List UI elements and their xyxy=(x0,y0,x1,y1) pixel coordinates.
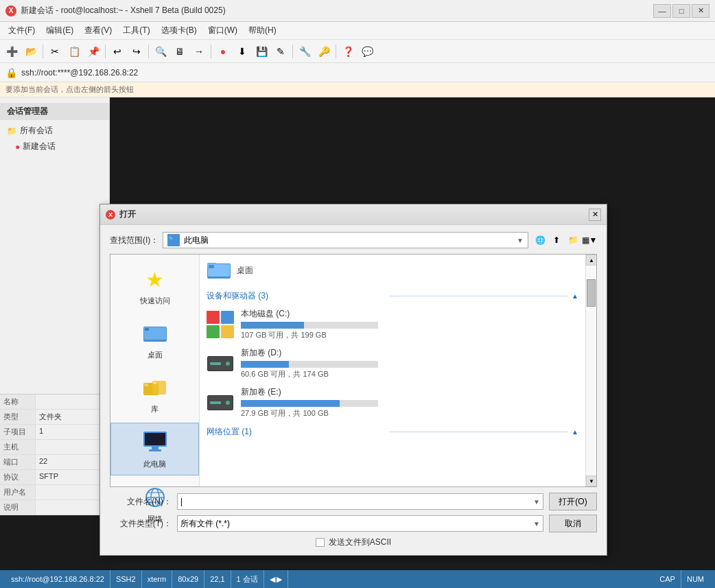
status-nav-left[interactable]: ◀ xyxy=(270,575,275,584)
dialog-tb-up[interactable]: ⬆ xyxy=(549,233,564,248)
sidebar-item-all-sessions[interactable]: 📁 所有会话 xyxy=(0,123,109,139)
status-bar: ssh://root@192.168.26.8:22 SSH2 xterm 80… xyxy=(0,570,715,588)
tb-download[interactable]: ⬇ xyxy=(233,43,251,60)
dialog-mini-toolbar: 🌐 ⬆ 📁 ▦▼ xyxy=(532,233,597,248)
menu-bar: 文件(F) 编辑(E) 查看(V) 工具(T) 选项卡(B) 窗口(W) 帮助(… xyxy=(0,22,715,40)
location-label: 查找范围(I)： xyxy=(110,235,159,246)
tb-chat[interactable]: 💬 xyxy=(358,43,376,60)
dialog-tb-back[interactable]: 🌐 xyxy=(532,233,548,248)
sidebar-header: 会话管理器 xyxy=(0,103,109,120)
svg-rect-9 xyxy=(153,381,156,384)
tb-open[interactable]: 📂 xyxy=(22,43,40,60)
maximize-button[interactable]: □ xyxy=(672,4,690,18)
drive-c-bar xyxy=(241,322,378,329)
section-network[interactable]: 网络位置 (1) ▲ xyxy=(200,422,585,440)
menu-help[interactable]: 帮助(H) xyxy=(243,23,282,38)
tb-sep3 xyxy=(148,45,149,58)
filename-input[interactable] xyxy=(180,497,533,506)
tb-find[interactable]: 🔍 xyxy=(152,43,169,60)
filename-dropdown-arrow[interactable]: ▼ xyxy=(533,498,540,506)
status-ssh2: SSH2 xyxy=(110,570,142,588)
tb-help[interactable]: ❓ xyxy=(339,43,357,60)
scroll-down-button[interactable]: ▼ xyxy=(586,475,596,486)
dialog-close-button[interactable]: ✕ xyxy=(589,209,601,221)
svg-rect-13 xyxy=(149,449,161,451)
tb-settings[interactable]: 🔧 xyxy=(296,43,314,60)
menu-tabs[interactable]: 选项卡(B) xyxy=(156,23,202,38)
session-row-type: 类型 文件夹 xyxy=(0,410,110,425)
ascii-checkbox[interactable] xyxy=(316,538,325,547)
drive-e-info: 新加卷 (E:) 27.9 GB 可用，共 100 GB xyxy=(241,386,578,419)
title-bar: X 新建会话 - root@localhost:~ - Xshell 7 Bet… xyxy=(0,0,715,22)
main-area: 会话管理器 📁 所有会话 ● 新建会话 名称 类型 文件夹 子项目 xyxy=(0,97,715,515)
scroll-thumb[interactable] xyxy=(587,279,596,307)
nav-desktop[interactable]: 桌面 xyxy=(110,314,199,366)
minimize-button[interactable]: — xyxy=(653,4,671,18)
quick-access-icon: ★ xyxy=(141,266,169,293)
status-path: ssh://root@192.168.26.8:22 xyxy=(5,570,110,588)
nav-library[interactable]: 库 xyxy=(110,368,199,420)
file-item-desktop[interactable]: 桌面 xyxy=(200,255,585,286)
nav-this-pc[interactable]: 此电脑 xyxy=(110,423,199,475)
tb-new[interactable]: ➕ xyxy=(3,43,21,60)
scroll-up-button[interactable]: ▲ xyxy=(586,255,596,266)
this-pc-icon xyxy=(141,429,169,456)
files-list: 桌面 设备和驱动器 (3) ▲ xyxy=(200,255,585,486)
dialog-title-icon: X xyxy=(106,210,115,220)
tb-stop[interactable]: ● xyxy=(214,43,232,60)
tb-copy[interactable]: 📋 xyxy=(65,43,83,60)
folder-desktop-icon xyxy=(207,258,231,283)
dialog-filetype-row: 文件类型(T)： 所有文件 (*.*) ▼ 取消 xyxy=(110,515,597,532)
ascii-label: 发送文件到ASCII xyxy=(329,537,391,548)
open-button[interactable]: 打开(O) xyxy=(549,493,597,510)
section-devices[interactable]: 设备和驱动器 (3) ▲ xyxy=(200,286,585,305)
drive-d-name: 新加卷 (D:) xyxy=(241,347,578,359)
tb-save[interactable]: 💾 xyxy=(253,43,270,60)
section-network-arrow: ▲ xyxy=(572,428,578,436)
dialog-tb-newfolder[interactable]: 📁 xyxy=(565,233,581,248)
svg-rect-1 xyxy=(169,238,173,239)
cancel-button[interactable]: 取消 xyxy=(549,515,597,532)
dialog-tb-viewopts[interactable]: ▦▼ xyxy=(582,233,597,248)
sidebar-tree: 📁 所有会话 ● 新建会话 xyxy=(0,120,109,157)
menu-window[interactable]: 窗口(W) xyxy=(202,23,243,38)
section-devices-label: 设备和驱动器 (3) xyxy=(207,290,385,302)
status-nav-right[interactable]: ▶ xyxy=(277,575,282,584)
tb-edit[interactable]: ✎ xyxy=(272,43,290,60)
close-button[interactable]: ✕ xyxy=(692,4,710,18)
menu-view[interactable]: 查看(V) xyxy=(79,23,117,38)
menu-tools[interactable]: 工具(T) xyxy=(117,23,155,38)
location-combo-arrow: ▼ xyxy=(517,237,524,244)
tb-cut[interactable]: ✂ xyxy=(46,43,64,60)
session-row-username: 用户名 xyxy=(0,485,110,500)
drive-d-space: 60.6 GB 可用，共 174 GB xyxy=(241,369,578,379)
address-text: ssh://root:****@192.168.26.8:22 xyxy=(21,68,138,78)
svg-rect-22 xyxy=(209,265,214,268)
tb-screen[interactable]: 🖥 xyxy=(171,43,189,60)
location-combo-text: 此电脑 xyxy=(184,235,517,246)
drive-c-space: 107 GB 可用，共 199 GB xyxy=(241,330,578,340)
section-network-label: 网络位置 (1) xyxy=(207,426,385,438)
tb-arrow[interactable]: → xyxy=(190,43,208,60)
tb-redo[interactable]: ↪ xyxy=(128,43,145,60)
files-scrollbar[interactable]: ▲ ▼ xyxy=(585,255,596,486)
tb-undo[interactable]: ↩ xyxy=(108,43,126,60)
menu-edit[interactable]: 编辑(E) xyxy=(40,23,79,38)
session-icon: ● xyxy=(15,142,20,152)
sidebar-item-new-session[interactable]: ● 新建会话 xyxy=(0,139,109,154)
location-combo[interactable]: 此电脑 ▼ xyxy=(163,232,528,248)
filetype-input-container[interactable]: 所有文件 (*.*) ▼ xyxy=(177,515,543,532)
drive-d-icon xyxy=(207,350,234,377)
filetype-dropdown-arrow[interactable]: ▼ xyxy=(533,520,540,528)
menu-file[interactable]: 文件(F) xyxy=(3,23,40,38)
drive-d[interactable]: 新加卷 (D:) 60.6 GB 可用，共 174 GB xyxy=(200,344,585,383)
drive-c[interactable]: 本地磁盘 (C:) 107 GB 可用，共 199 GB xyxy=(200,305,585,344)
tb-key[interactable]: 🔑 xyxy=(315,43,333,60)
tb-sep6 xyxy=(336,45,336,58)
filename-input-container[interactable]: ▼ xyxy=(177,493,543,510)
drive-e[interactable]: 新加卷 (E:) 27.9 GB 可用，共 100 GB xyxy=(200,383,585,422)
tb-paste[interactable]: 📌 xyxy=(84,43,102,60)
section-devices-line xyxy=(389,296,567,296)
section-network-line xyxy=(389,432,567,432)
nav-quick-access[interactable]: ★ 快速访问 xyxy=(110,260,199,311)
